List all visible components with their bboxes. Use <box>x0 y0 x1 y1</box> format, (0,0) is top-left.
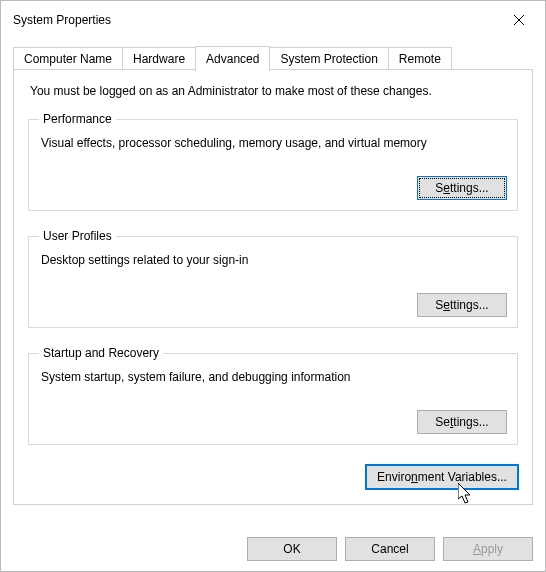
group-startup-recovery: Startup and Recovery System startup, sys… <box>28 346 518 445</box>
group-startup-recovery-legend: Startup and Recovery <box>39 346 163 360</box>
close-button[interactable] <box>505 10 533 30</box>
tab-advanced[interactable]: Advanced <box>195 46 270 71</box>
tab-computer-name[interactable]: Computer Name <box>13 47 123 70</box>
window-title: System Properties <box>13 13 111 27</box>
performance-settings-button[interactable]: Settings... <box>417 176 507 200</box>
tab-panel-advanced: You must be logged on as an Administrato… <box>13 69 533 505</box>
close-icon <box>514 15 524 25</box>
startup-recovery-settings-button[interactable]: Settings... <box>417 410 507 434</box>
tab-hardware[interactable]: Hardware <box>122 47 196 70</box>
apply-button[interactable]: Apply <box>443 537 533 561</box>
user-profiles-desc: Desktop settings related to your sign-in <box>41 253 507 267</box>
admin-note: You must be logged on as an Administrato… <box>30 84 518 98</box>
user-profiles-settings-button[interactable]: Settings... <box>417 293 507 317</box>
group-user-profiles-legend: User Profiles <box>39 229 116 243</box>
group-performance-legend: Performance <box>39 112 116 126</box>
dialog-button-row: OK Cancel Apply <box>247 537 533 561</box>
cancel-button[interactable]: Cancel <box>345 537 435 561</box>
performance-desc: Visual effects, processor scheduling, me… <box>41 136 507 150</box>
tab-system-protection[interactable]: System Protection <box>269 47 388 70</box>
startup-recovery-desc: System startup, system failure, and debu… <box>41 370 507 384</box>
group-performance: Performance Visual effects, processor sc… <box>28 112 518 211</box>
group-user-profiles: User Profiles Desktop settings related t… <box>28 229 518 328</box>
tab-remote[interactable]: Remote <box>388 47 452 70</box>
tabstrip: Computer Name Hardware Advanced System P… <box>13 45 533 70</box>
environment-variables-button[interactable]: Environment Variables... <box>366 465 518 489</box>
content-area: Computer Name Hardware Advanced System P… <box>1 35 545 505</box>
titlebar: System Properties <box>1 1 545 35</box>
ok-button[interactable]: OK <box>247 537 337 561</box>
